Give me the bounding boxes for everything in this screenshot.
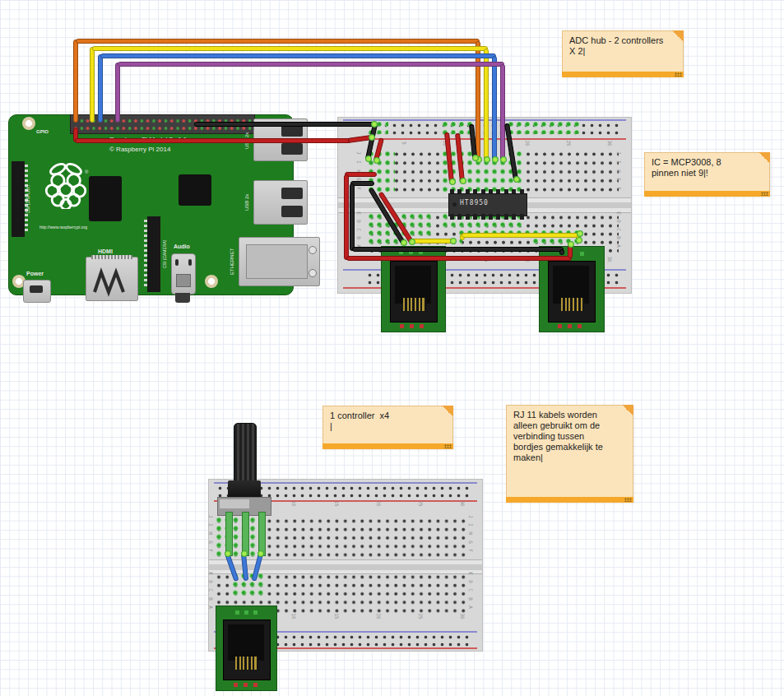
col-number: 25 [418, 500, 424, 506]
col-number: 25 [566, 140, 572, 146]
connection-dot [492, 156, 499, 163]
connection-dot [484, 156, 490, 163]
potentiometer-leg [258, 512, 266, 556]
connection-dot [257, 550, 264, 557]
pi-copyright-text: © Raspberry Pi 2014 [109, 146, 170, 153]
row-letter: B [356, 236, 362, 239]
row-letter: A [208, 606, 214, 609]
note-text[interactable]: ADC hub - 2 controllers X 2| [569, 35, 676, 57]
resize-grip-icon[interactable] [444, 444, 452, 448]
wire-purple[interactable] [500, 64, 505, 161]
connection-dot [460, 178, 466, 184]
wire-blue[interactable] [100, 53, 496, 58]
row-letter: H [616, 169, 622, 173]
wire-red[interactable] [345, 172, 377, 177]
sticky-note-adc-hub[interactable]: ADC hub - 2 controllers X 2| [562, 30, 684, 77]
wire-purple[interactable] [118, 62, 504, 67]
col-number: 10 [291, 613, 297, 619]
col-number: 30 [460, 500, 466, 506]
wire-orange[interactable] [73, 39, 78, 123]
row-letter: G [208, 541, 214, 544]
connection-dot [449, 179, 456, 185]
wire-blue[interactable] [492, 56, 497, 161]
sticky-note-rj11[interactable]: RJ 11 kabels worden alleen gebruikt om d… [506, 405, 633, 503]
note-resize-bar [644, 191, 770, 197]
csi-connector [147, 216, 160, 292]
ic-label: HT8950 [460, 199, 489, 206]
potentiometer-leg [242, 512, 249, 556]
hdmi-port [86, 257, 138, 301]
row-letter: G [616, 178, 622, 181]
sticky-note-controller[interactable]: 1 controller x4 | [322, 406, 453, 449]
row-letter: D [208, 580, 214, 583]
wire-yellow[interactable] [92, 46, 488, 51]
pi-url-text: http://www.raspberrypi.org [39, 225, 87, 230]
row-letter: E [356, 211, 362, 215]
row-letter: F [616, 187, 622, 190]
resize-grip-icon[interactable] [675, 72, 682, 77]
row-letter: C [356, 228, 362, 231]
usb-port-bottom [253, 180, 308, 225]
wire-purple[interactable] [115, 63, 120, 123]
wire-yellow[interactable] [462, 233, 580, 238]
wire-orange[interactable] [76, 39, 480, 44]
sticky-note-ic[interactable]: IC = MCP3008, 8 pinnen niet 9|! [644, 152, 770, 197]
row-letter: C [208, 588, 214, 592]
note-text[interactable]: RJ 11 kabels worden alleen gebruikt om d… [513, 410, 626, 463]
wire-red[interactable] [75, 138, 351, 143]
gpio-label: GPIO [36, 129, 49, 134]
connection-dot [373, 157, 380, 164]
connected-holes [441, 120, 523, 134]
wire-black[interactable] [559, 249, 564, 255]
wire-black[interactable] [352, 247, 564, 252]
ic-chip[interactable]: HT8950 [448, 188, 526, 220]
note-resize-bar [322, 443, 453, 449]
rj11-breakout-bottom[interactable] [216, 606, 277, 691]
resize-grip-icon[interactable] [624, 498, 632, 502]
row-letter: F [356, 187, 362, 190]
note-text[interactable]: IC = MCP3008, 8 pinnen niet 9|! [652, 157, 763, 179]
wire-yellow[interactable] [90, 47, 95, 123]
col-number: 30 [460, 613, 466, 619]
rj11-jack [390, 261, 438, 322]
col-number: 30 [607, 256, 613, 262]
row-letter: I [356, 160, 362, 164]
connection-dot [513, 176, 520, 183]
wire-red[interactable] [344, 174, 349, 260]
row-letter: H [208, 531, 214, 535]
row-letter: I [468, 523, 474, 527]
connection-dot [568, 241, 574, 248]
mounting-hole [22, 117, 35, 130]
connection-dot [365, 155, 372, 162]
wire-red[interactable] [346, 256, 572, 261]
wire-black[interactable] [350, 183, 355, 251]
row-letter: I [616, 160, 622, 164]
note-text[interactable]: 1 controller x4 | [330, 411, 446, 432]
connected-holes [523, 120, 581, 134]
mounting-hole [205, 275, 218, 288]
row-letter: E [468, 572, 474, 575]
connection-dot [369, 134, 375, 141]
row-letter: B [468, 597, 474, 601]
row-letter: C [468, 588, 474, 592]
connection-dot [371, 121, 378, 128]
csi-label: CSI (CAMERA) [162, 216, 167, 292]
row-letter: E [208, 572, 214, 575]
ethernet-port [239, 237, 320, 286]
wire-orange[interactable] [476, 41, 480, 161]
audio-jack [171, 253, 196, 295]
audio-label: Audio [174, 244, 190, 249]
row-letter: F [468, 549, 474, 552]
col-number: 5 [401, 142, 407, 145]
wire-blue[interactable] [98, 54, 103, 123]
wire-yellow[interactable] [412, 239, 454, 244]
rj11-jack [223, 619, 271, 680]
fritzing-canvas[interactable]: { "notes": [ {"text": "ADC hub - 2 contr… [0, 0, 784, 696]
potentiometer-shaft[interactable] [234, 423, 257, 484]
col-number: 15 [333, 500, 339, 506]
rj11-jack [548, 261, 596, 322]
connection-dot [225, 550, 231, 557]
resize-grip-icon[interactable] [761, 192, 768, 196]
wire-black[interactable] [194, 122, 375, 127]
col-number: 20 [525, 140, 531, 146]
